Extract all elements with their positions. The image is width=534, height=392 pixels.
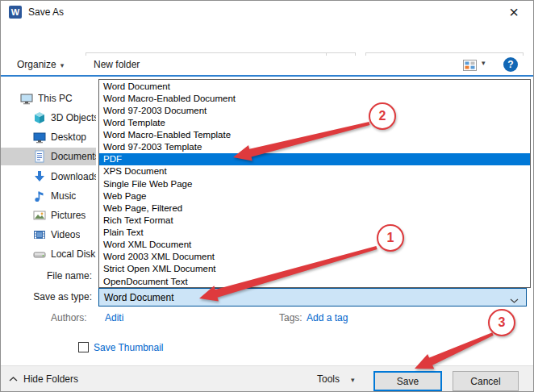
- annotation-step-3: 3: [488, 309, 515, 336]
- help-icon[interactable]: ?: [503, 57, 518, 72]
- authors-label: Authors:: [51, 312, 87, 323]
- sidebar-item-music[interactable]: Music: [1, 187, 96, 205]
- sidebar-item-label: Documents: [51, 151, 96, 162]
- step-number: 3: [499, 315, 506, 330]
- save-button[interactable]: Save: [373, 371, 442, 391]
- sidebar-item-label: 3D Objects: [51, 112, 96, 123]
- this-pc-icon: [20, 92, 33, 105]
- sidebar-item-label: Downloads: [51, 171, 96, 182]
- sidebar-item-label: Music: [51, 190, 76, 202]
- file-type-option[interactable]: Word Macro-Enabled Template: [99, 129, 530, 141]
- sidebar-item-this-pc[interactable]: This PC: [1, 90, 96, 107]
- sidebar-item-downloads[interactable]: Downloads: [1, 168, 96, 186]
- sidebar-item-documents[interactable]: Documents: [1, 148, 96, 165]
- file-type-option[interactable]: Single File Web Page: [99, 177, 530, 190]
- chevron-down-icon: ▾: [60, 61, 65, 69]
- save-thumbnail-label: Save Thumbnail: [94, 342, 164, 353]
- save-as-type-combobox[interactable]: Word Document: [98, 288, 527, 307]
- sidebar-item-desktop[interactable]: Desktop: [1, 128, 96, 146]
- file-type-option[interactable]: Plain Text: [99, 227, 530, 239]
- downloads-icon: [33, 170, 46, 183]
- sidebar-item-label: Pictures: [51, 210, 86, 221]
- sidebar-item-label: This PC: [38, 93, 73, 104]
- documents-icon: [33, 150, 46, 164]
- hide-folders-label: Hide Folders: [23, 373, 78, 385]
- file-type-option[interactable]: Word 97-2003 Document: [99, 104, 530, 116]
- word-app-icon: W: [9, 6, 22, 19]
- file-type-option[interactable]: Rich Text Format: [99, 214, 530, 226]
- file-type-option[interactable]: Word Macro-Enabled Document: [99, 92, 530, 104]
- pictures-icon: [33, 209, 46, 222]
- desktop-icon: [33, 131, 46, 144]
- tags-label: Tags:: [279, 312, 302, 323]
- file-type-option[interactable]: Strict Open XML Document: [99, 263, 530, 275]
- toolbar: Organize▾ New folder ▾ ?: [1, 56, 533, 77]
- save-as-dialog: W Save As × ← → ↑ › This PC › Docume: [0, 0, 534, 392]
- save-thumbnail-checkbox[interactable]: [78, 342, 89, 352]
- arrow-3: [415, 332, 494, 369]
- add-a-tag-link[interactable]: Add a tag: [307, 312, 348, 323]
- file-type-option-pdf[interactable]: PDF: [99, 153, 530, 165]
- sidebar-item-label: Videos: [51, 229, 80, 240]
- views-grid-icon[interactable]: [463, 60, 477, 74]
- new-folder-button[interactable]: New folder: [94, 59, 140, 70]
- disk-icon: [33, 248, 46, 261]
- close-icon[interactable]: ×: [498, 1, 530, 23]
- file-type-option[interactable]: XPS Document: [99, 165, 530, 177]
- authors-value[interactable]: Aditi: [105, 312, 123, 323]
- videos-icon: [33, 228, 46, 241]
- file-type-option[interactable]: Word 97-2003 Template: [99, 141, 530, 153]
- save-as-type-label: Save as type:: [1, 291, 92, 302]
- file-type-option[interactable]: Word Template: [99, 116, 530, 128]
- organize-label: Organize: [17, 59, 56, 70]
- navigation-bar: ← → ↑ › This PC › Documents ›: [1, 23, 533, 56]
- hide-folders-button[interactable]: Hide Folders: [9, 373, 78, 385]
- file-type-option[interactable]: OpenDocument Text: [99, 275, 530, 287]
- chevron-up-icon: [9, 377, 18, 382]
- sidebar-item-local-disk[interactable]: Local Disk (C:: [1, 245, 96, 263]
- file-type-option[interactable]: Word Document: [99, 80, 530, 92]
- cancel-button[interactable]: Cancel: [453, 371, 519, 391]
- sidebar-item-label: Desktop: [51, 131, 86, 143]
- tools-label: Tools: [317, 373, 340, 385]
- file-name-label: File name:: [1, 270, 92, 281]
- title-bar: W Save As ×: [1, 1, 533, 23]
- music-icon: [33, 190, 46, 202]
- sidebar-item-label: Local Disk (C:: [51, 248, 96, 260]
- combobox-chevron-down-icon: [510, 295, 519, 307]
- file-type-option[interactable]: Word XML Document: [99, 239, 530, 251]
- sidebar-item-pictures[interactable]: Pictures: [1, 206, 96, 224]
- views-chevron-down-icon[interactable]: ▾: [482, 59, 486, 67]
- tools-button[interactable]: Tools▾: [317, 373, 355, 385]
- file-type-option[interactable]: Web Page: [99, 190, 530, 202]
- organize-button[interactable]: Organize▾: [17, 59, 64, 70]
- sidebar-item-videos[interactable]: Videos: [1, 226, 96, 244]
- 3d-objects-icon: [33, 111, 46, 124]
- save-as-type-value: Word Document: [104, 292, 173, 303]
- file-type-dropdown-list: Word Document Word Macro-Enabled Documen…: [98, 79, 531, 288]
- file-type-option[interactable]: Word 2003 XML Document: [99, 251, 530, 263]
- file-type-option[interactable]: Web Page, Filtered: [99, 202, 530, 214]
- footer-bar: Hide Folders Tools▾ Save Cancel: [1, 365, 533, 392]
- tools-chevron-down-icon: ▾: [351, 376, 355, 384]
- dialog-title: Save As: [28, 6, 64, 18]
- sidebar-item-3d-objects[interactable]: 3D Objects: [1, 109, 96, 127]
